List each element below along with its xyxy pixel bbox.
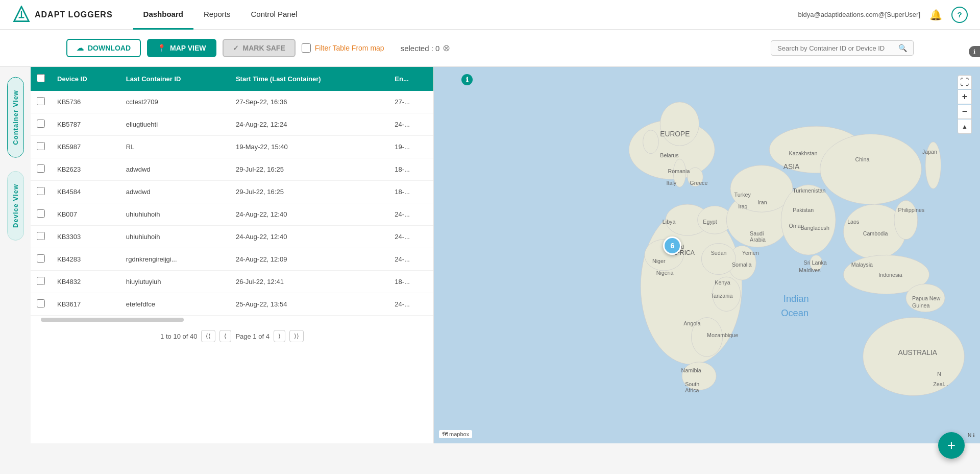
table-row: KB4832 hiuyiutuyiuh 26-Jul-22, 12:41 18-…: [31, 271, 433, 293]
svg-text:Belarus: Belarus: [660, 152, 678, 158]
row-checkbox-cell: [31, 226, 51, 248]
first-page-button[interactable]: ⟨⟨: [201, 330, 215, 342]
svg-text:Yemen: Yemen: [742, 250, 759, 256]
search-input[interactable]: [777, 44, 894, 52]
table-area: Device ID Last Container ID Start Time (…: [31, 67, 434, 443]
filter-label: Filter Table From map: [315, 44, 384, 52]
table-row: KB4283 rgdnkrengireijgi... 24-Aug-22, 12…: [31, 248, 433, 271]
row-checkbox[interactable]: [37, 142, 45, 150]
row-start-time: 29-Jul-22, 16:25: [230, 158, 388, 181]
fullscreen-button[interactable]: ⛶: [958, 75, 972, 89]
row-start-time: 19-May-22, 15:40: [230, 136, 388, 158]
clear-selection-button[interactable]: ⊗: [443, 42, 450, 54]
svg-text:Cambodia: Cambodia: [863, 230, 888, 236]
row-start-time: 25-Aug-22, 13:54: [230, 293, 388, 316]
zoom-in-button[interactable]: +: [958, 90, 972, 104]
info-side-icon[interactable]: ℹ: [969, 46, 980, 57]
row-checkbox[interactable]: [37, 120, 45, 128]
svg-text:Pakistan: Pakistan: [793, 207, 814, 213]
row-container-id: rgdnkrengireijgi...: [120, 248, 230, 271]
download-button[interactable]: ☁ DOWNLOAD: [66, 39, 141, 57]
row-device-id: KB3617: [51, 293, 120, 316]
help-button[interactable]: ?: [951, 7, 968, 23]
cluster-count: 6: [670, 242, 674, 250]
row-checkbox[interactable]: [37, 209, 45, 218]
zoom-out-button[interactable]: −: [958, 105, 972, 119]
mapview-button[interactable]: 📍 MAP VIEW: [147, 39, 216, 57]
selected-badge: selected : 0 ⊗: [401, 42, 451, 54]
row-checkbox[interactable]: [37, 254, 45, 263]
container-view-label: Container View: [12, 90, 19, 145]
svg-text:Nigeria: Nigeria: [656, 270, 674, 276]
row-end: 27-...: [388, 91, 433, 113]
row-checkbox[interactable]: [37, 232, 45, 240]
pagination-summary: 1 to 10 of 40: [160, 333, 197, 340]
svg-text:Mozambique: Mozambique: [707, 332, 738, 338]
nav-right: bidya@adaptideations.com@[SuperUser] 🔔 ?: [798, 7, 968, 23]
row-start-time: 24-Aug-22, 12:40: [230, 226, 388, 248]
row-end: 24-...: [388, 203, 433, 226]
svg-text:Ocean: Ocean: [781, 307, 808, 318]
svg-point-20: [894, 200, 918, 239]
reset-bearing-button[interactable]: ▲: [958, 120, 972, 134]
header-device-id: Device ID: [51, 67, 120, 91]
table-row: KB5787 eliugtiuehti 24-Aug-22, 12:24 24-…: [31, 113, 433, 136]
row-container-id: eliugtiuehti: [120, 113, 230, 136]
nav-reports[interactable]: Reports: [193, 0, 241, 30]
horizontal-scrollbar[interactable]: [41, 318, 184, 322]
side-panel: Container View Device View: [0, 67, 31, 443]
map-svg: EUROPE Belarus Romania Italy Greece Liby…: [434, 67, 980, 443]
row-device-id: KB4283: [51, 248, 120, 271]
container-view-tab[interactable]: Container View: [7, 77, 24, 158]
table-row: KB2623 adwdwd 29-Jul-22, 16:25 18-...: [31, 158, 433, 181]
row-checkbox[interactable]: [37, 277, 45, 285]
row-checkbox-cell: [31, 158, 51, 181]
svg-text:Arabia: Arabia: [750, 236, 766, 243]
svg-text:Papua New: Papua New: [912, 295, 941, 301]
device-view-label: Device View: [12, 184, 19, 228]
last-page-button[interactable]: ⟩⟩: [289, 330, 304, 342]
row-checkbox-cell: [31, 271, 51, 293]
row-checkbox[interactable]: [37, 97, 45, 105]
logo: ADAPT LOGGERS: [12, 6, 113, 24]
svg-text:Romania: Romania: [668, 168, 690, 174]
svg-text:Saudi: Saudi: [750, 230, 764, 236]
svg-text:Zeal...: Zeal...: [933, 381, 948, 387]
row-device-id: KB4832: [51, 271, 120, 293]
row-container-id: uhiuhiuhoih: [120, 203, 230, 226]
row-container-id: adwdwd: [120, 181, 230, 203]
row-end: 24-...: [388, 248, 433, 271]
filter-checkbox-label[interactable]: Filter Table From map: [302, 43, 384, 53]
nav-control-panel[interactable]: Control Panel: [240, 0, 307, 30]
map-info-icon[interactable]: ℹ: [461, 74, 473, 85]
marksafe-button[interactable]: ✓ MARK SAFE: [223, 39, 296, 57]
logo-text: ADAPT LOGGERS: [35, 10, 113, 19]
notifications-button[interactable]: 🔔: [929, 9, 942, 21]
device-view-tab[interactable]: Device View: [7, 171, 24, 241]
table-row: KB4584 adwdwd 29-Jul-22, 16:25 18-...: [31, 181, 433, 203]
filter-checkbox[interactable]: [302, 43, 311, 53]
row-checkbox-cell: [31, 203, 51, 226]
svg-point-16: [781, 185, 836, 255]
search-box[interactable]: 🔍: [771, 40, 914, 56]
svg-text:Maldives: Maldives: [799, 267, 820, 273]
svg-text:Tanzania: Tanzania: [711, 293, 733, 299]
prev-page-button[interactable]: ⟨: [219, 330, 231, 342]
row-container-id: RL: [120, 136, 230, 158]
row-checkbox[interactable]: [37, 299, 45, 307]
svg-text:Niger: Niger: [652, 258, 666, 264]
row-container-id: hiuyiutuyiuh: [120, 271, 230, 293]
row-checkbox[interactable]: [37, 187, 45, 195]
next-page-button[interactable]: ⟩: [274, 330, 285, 342]
row-checkbox-cell: [31, 136, 51, 158]
map-cluster[interactable]: 6: [663, 236, 681, 255]
row-checkbox-cell: [31, 293, 51, 316]
svg-text:Philippines: Philippines: [898, 207, 925, 213]
row-checkbox[interactable]: [37, 164, 45, 173]
table-row: KB3617 etefefdfce 25-Aug-22, 13:54 24-..…: [31, 293, 433, 316]
map-area: EUROPE Belarus Romania Italy Greece Liby…: [434, 67, 980, 443]
nav-dashboard[interactable]: Dashboard: [133, 0, 193, 30]
map-zoom-controls: ⛶ + − ▲: [958, 75, 972, 134]
select-all-checkbox[interactable]: [37, 74, 45, 82]
svg-text:Turkey: Turkey: [734, 192, 751, 198]
